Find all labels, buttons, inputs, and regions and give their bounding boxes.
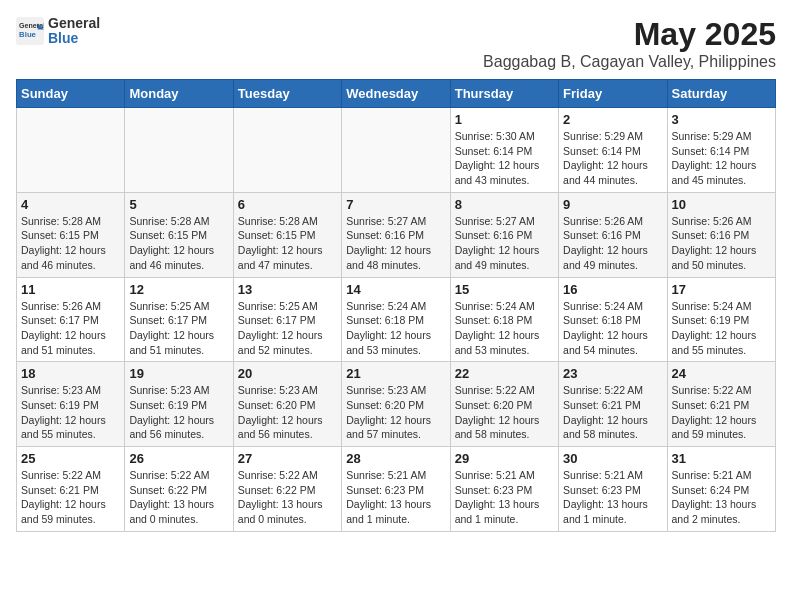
calendar-cell: 14Sunrise: 5:24 AM Sunset: 6:18 PM Dayli… xyxy=(342,277,450,362)
calendar-cell: 16Sunrise: 5:24 AM Sunset: 6:18 PM Dayli… xyxy=(559,277,667,362)
calendar-cell: 26Sunrise: 5:22 AM Sunset: 6:22 PM Dayli… xyxy=(125,447,233,532)
calendar-cell: 4Sunrise: 5:28 AM Sunset: 6:15 PM Daylig… xyxy=(17,192,125,277)
calendar-cell: 12Sunrise: 5:25 AM Sunset: 6:17 PM Dayli… xyxy=(125,277,233,362)
day-number: 5 xyxy=(129,197,228,212)
day-detail: Sunrise: 5:23 AM Sunset: 6:19 PM Dayligh… xyxy=(129,383,228,442)
day-detail: Sunrise: 5:24 AM Sunset: 6:18 PM Dayligh… xyxy=(563,299,662,358)
day-detail: Sunrise: 5:23 AM Sunset: 6:19 PM Dayligh… xyxy=(21,383,120,442)
day-number: 21 xyxy=(346,366,445,381)
day-number: 29 xyxy=(455,451,554,466)
calendar-cell: 1Sunrise: 5:30 AM Sunset: 6:14 PM Daylig… xyxy=(450,108,558,193)
calendar-cell xyxy=(233,108,341,193)
calendar-cell: 15Sunrise: 5:24 AM Sunset: 6:18 PM Dayli… xyxy=(450,277,558,362)
weekday-header-friday: Friday xyxy=(559,80,667,108)
calendar-cell: 19Sunrise: 5:23 AM Sunset: 6:19 PM Dayli… xyxy=(125,362,233,447)
day-number: 8 xyxy=(455,197,554,212)
day-detail: Sunrise: 5:26 AM Sunset: 6:16 PM Dayligh… xyxy=(672,214,771,273)
page-subtitle: Baggabag B, Cagayan Valley, Philippines xyxy=(483,53,776,71)
day-number: 1 xyxy=(455,112,554,127)
calendar-cell: 10Sunrise: 5:26 AM Sunset: 6:16 PM Dayli… xyxy=(667,192,775,277)
day-detail: Sunrise: 5:22 AM Sunset: 6:21 PM Dayligh… xyxy=(563,383,662,442)
day-number: 23 xyxy=(563,366,662,381)
calendar-cell: 9Sunrise: 5:26 AM Sunset: 6:16 PM Daylig… xyxy=(559,192,667,277)
day-number: 18 xyxy=(21,366,120,381)
day-number: 3 xyxy=(672,112,771,127)
calendar-week-5: 25Sunrise: 5:22 AM Sunset: 6:21 PM Dayli… xyxy=(17,447,776,532)
weekday-header-monday: Monday xyxy=(125,80,233,108)
calendar-cell: 25Sunrise: 5:22 AM Sunset: 6:21 PM Dayli… xyxy=(17,447,125,532)
calendar-cell: 5Sunrise: 5:28 AM Sunset: 6:15 PM Daylig… xyxy=(125,192,233,277)
calendar-cell: 23Sunrise: 5:22 AM Sunset: 6:21 PM Dayli… xyxy=(559,362,667,447)
day-number: 11 xyxy=(21,282,120,297)
day-detail: Sunrise: 5:28 AM Sunset: 6:15 PM Dayligh… xyxy=(21,214,120,273)
calendar-cell: 6Sunrise: 5:28 AM Sunset: 6:15 PM Daylig… xyxy=(233,192,341,277)
calendar-cell: 24Sunrise: 5:22 AM Sunset: 6:21 PM Dayli… xyxy=(667,362,775,447)
day-number: 16 xyxy=(563,282,662,297)
calendar-cell: 11Sunrise: 5:26 AM Sunset: 6:17 PM Dayli… xyxy=(17,277,125,362)
day-detail: Sunrise: 5:25 AM Sunset: 6:17 PM Dayligh… xyxy=(238,299,337,358)
day-number: 7 xyxy=(346,197,445,212)
day-detail: Sunrise: 5:25 AM Sunset: 6:17 PM Dayligh… xyxy=(129,299,228,358)
day-detail: Sunrise: 5:22 AM Sunset: 6:21 PM Dayligh… xyxy=(21,468,120,527)
svg-text:Blue: Blue xyxy=(19,31,37,40)
day-number: 31 xyxy=(672,451,771,466)
calendar-cell: 28Sunrise: 5:21 AM Sunset: 6:23 PM Dayli… xyxy=(342,447,450,532)
calendar-cell: 22Sunrise: 5:22 AM Sunset: 6:20 PM Dayli… xyxy=(450,362,558,447)
logo-icon: General Blue xyxy=(16,17,44,45)
title-area: May 2025 Baggabag B, Cagayan Valley, Phi… xyxy=(483,16,776,71)
calendar-cell xyxy=(17,108,125,193)
day-detail: Sunrise: 5:24 AM Sunset: 6:18 PM Dayligh… xyxy=(455,299,554,358)
calendar-header: SundayMondayTuesdayWednesdayThursdayFrid… xyxy=(17,80,776,108)
calendar-table: SundayMondayTuesdayWednesdayThursdayFrid… xyxy=(16,79,776,532)
day-number: 9 xyxy=(563,197,662,212)
calendar-cell: 27Sunrise: 5:22 AM Sunset: 6:22 PM Dayli… xyxy=(233,447,341,532)
day-number: 27 xyxy=(238,451,337,466)
day-number: 13 xyxy=(238,282,337,297)
day-number: 30 xyxy=(563,451,662,466)
calendar-week-4: 18Sunrise: 5:23 AM Sunset: 6:19 PM Dayli… xyxy=(17,362,776,447)
day-number: 20 xyxy=(238,366,337,381)
logo-blue-text: Blue xyxy=(48,31,100,46)
day-number: 26 xyxy=(129,451,228,466)
calendar-cell xyxy=(342,108,450,193)
calendar-cell: 29Sunrise: 5:21 AM Sunset: 6:23 PM Dayli… xyxy=(450,447,558,532)
calendar-cell: 18Sunrise: 5:23 AM Sunset: 6:19 PM Dayli… xyxy=(17,362,125,447)
weekday-header-tuesday: Tuesday xyxy=(233,80,341,108)
weekday-header-thursday: Thursday xyxy=(450,80,558,108)
day-number: 15 xyxy=(455,282,554,297)
day-number: 4 xyxy=(21,197,120,212)
day-number: 2 xyxy=(563,112,662,127)
calendar-cell: 20Sunrise: 5:23 AM Sunset: 6:20 PM Dayli… xyxy=(233,362,341,447)
day-number: 22 xyxy=(455,366,554,381)
calendar-cell: 7Sunrise: 5:27 AM Sunset: 6:16 PM Daylig… xyxy=(342,192,450,277)
day-detail: Sunrise: 5:23 AM Sunset: 6:20 PM Dayligh… xyxy=(346,383,445,442)
day-detail: Sunrise: 5:22 AM Sunset: 6:22 PM Dayligh… xyxy=(129,468,228,527)
calendar-cell: 30Sunrise: 5:21 AM Sunset: 6:23 PM Dayli… xyxy=(559,447,667,532)
weekday-header-saturday: Saturday xyxy=(667,80,775,108)
day-number: 6 xyxy=(238,197,337,212)
day-number: 17 xyxy=(672,282,771,297)
day-detail: Sunrise: 5:21 AM Sunset: 6:23 PM Dayligh… xyxy=(455,468,554,527)
page-header: General Blue General Blue May 2025 Bagga… xyxy=(16,16,776,71)
calendar-week-3: 11Sunrise: 5:26 AM Sunset: 6:17 PM Dayli… xyxy=(17,277,776,362)
calendar-week-1: 1Sunrise: 5:30 AM Sunset: 6:14 PM Daylig… xyxy=(17,108,776,193)
calendar-cell: 13Sunrise: 5:25 AM Sunset: 6:17 PM Dayli… xyxy=(233,277,341,362)
calendar-cell: 31Sunrise: 5:21 AM Sunset: 6:24 PM Dayli… xyxy=(667,447,775,532)
day-detail: Sunrise: 5:30 AM Sunset: 6:14 PM Dayligh… xyxy=(455,129,554,188)
day-detail: Sunrise: 5:22 AM Sunset: 6:22 PM Dayligh… xyxy=(238,468,337,527)
day-detail: Sunrise: 5:24 AM Sunset: 6:19 PM Dayligh… xyxy=(672,299,771,358)
day-number: 19 xyxy=(129,366,228,381)
day-detail: Sunrise: 5:24 AM Sunset: 6:18 PM Dayligh… xyxy=(346,299,445,358)
day-detail: Sunrise: 5:23 AM Sunset: 6:20 PM Dayligh… xyxy=(238,383,337,442)
weekday-header-wednesday: Wednesday xyxy=(342,80,450,108)
weekday-header-sunday: Sunday xyxy=(17,80,125,108)
day-detail: Sunrise: 5:27 AM Sunset: 6:16 PM Dayligh… xyxy=(346,214,445,273)
day-detail: Sunrise: 5:21 AM Sunset: 6:24 PM Dayligh… xyxy=(672,468,771,527)
calendar-cell: 8Sunrise: 5:27 AM Sunset: 6:16 PM Daylig… xyxy=(450,192,558,277)
calendar-cell: 3Sunrise: 5:29 AM Sunset: 6:14 PM Daylig… xyxy=(667,108,775,193)
day-number: 24 xyxy=(672,366,771,381)
calendar-cell: 2Sunrise: 5:29 AM Sunset: 6:14 PM Daylig… xyxy=(559,108,667,193)
logo: General Blue General Blue xyxy=(16,16,100,47)
day-detail: Sunrise: 5:21 AM Sunset: 6:23 PM Dayligh… xyxy=(563,468,662,527)
calendar-cell: 17Sunrise: 5:24 AM Sunset: 6:19 PM Dayli… xyxy=(667,277,775,362)
